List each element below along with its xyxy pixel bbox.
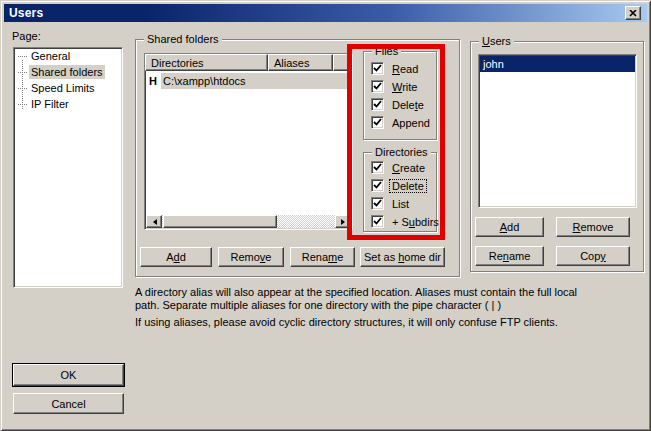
tree-connector: [18, 56, 27, 57]
users-list: john: [478, 54, 637, 208]
directory-cell: C:\xampp\htdocs: [161, 73, 352, 89]
arrow-left-icon: [150, 219, 157, 225]
shared-folders-caption: Shared folders: [144, 33, 222, 45]
cancel-button[interactable]: Cancel: [13, 393, 124, 414]
tree-connector: [18, 72, 27, 73]
column-header-directories[interactable]: Directories: [145, 54, 268, 71]
users-caption: Users: [479, 35, 514, 47]
scrollbar-track[interactable]: [162, 215, 335, 228]
set-as-home-dir-button[interactable]: Set as home dir: [360, 247, 445, 267]
alias-note-line2: path. Separate multiple aliases for one …: [135, 299, 647, 312]
folder-add-button[interactable]: Add: [140, 247, 212, 267]
user-list-item[interactable]: john: [480, 56, 635, 72]
user-remove-button[interactable]: Remove: [556, 217, 630, 237]
red-highlight-annotation: [347, 44, 445, 240]
user-rename-button[interactable]: Rename: [475, 246, 544, 266]
titlebar[interactable]: Users: [4, 4, 647, 22]
tree-connector: [18, 104, 27, 105]
alias-note-line3: If using aliases, please avoid cyclic di…: [135, 316, 647, 329]
folder-rename-button[interactable]: Rename: [290, 247, 355, 267]
tree-item-speed-limits[interactable]: Speed Limits: [14, 80, 122, 96]
close-button[interactable]: [625, 6, 641, 20]
horizontal-scrollbar[interactable]: [146, 215, 351, 228]
ok-button[interactable]: OK: [13, 364, 124, 386]
shared-folder-row[interactable]: H C:\xampp\htdocs: [145, 73, 352, 89]
column-header-aliases[interactable]: Aliases: [268, 54, 333, 71]
window-title: Users: [4, 6, 43, 20]
user-copy-button[interactable]: Copy: [556, 246, 630, 266]
shared-folders-list: Directories Aliases H C:\xampp\htdocs: [144, 53, 353, 230]
tree-connector: [18, 88, 27, 89]
tree-item-shared-folders[interactable]: Shared folders: [14, 64, 122, 80]
close-icon: [629, 10, 637, 17]
page-tree: General Shared folders Speed Limits IP F…: [13, 47, 123, 288]
tree-item-general[interactable]: General: [14, 48, 122, 64]
folder-remove-button[interactable]: Remove: [218, 247, 284, 267]
tree-item-ip-filter[interactable]: IP Filter: [14, 96, 122, 112]
list-header: Directories Aliases: [145, 54, 352, 71]
alias-note-line1: A directory alias will also appear at th…: [135, 286, 647, 299]
page-label: Page:: [12, 30, 41, 42]
users-dialog: Users Page: General Shared folders Speed…: [0, 0, 651, 431]
scrollbar-thumb[interactable]: [163, 215, 277, 228]
user-add-button[interactable]: Add: [475, 217, 544, 237]
home-dir-marker: H: [145, 75, 161, 87]
scroll-left-button[interactable]: [146, 215, 162, 228]
